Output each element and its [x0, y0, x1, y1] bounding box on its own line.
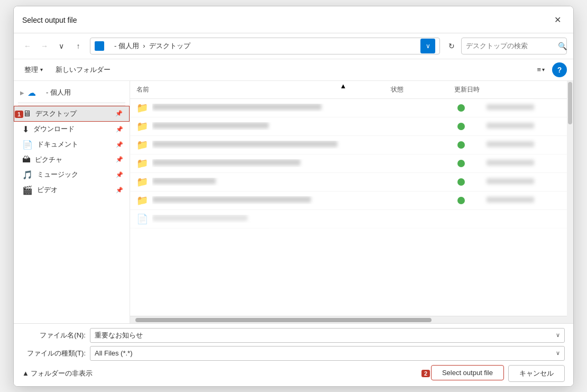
- date-blur: [487, 104, 534, 110]
- sidebar-item-videos[interactable]: 🎬 ビデオ 📌: [14, 183, 130, 198]
- cancel-button[interactable]: キャンセル: [508, 365, 565, 382]
- horizontal-scrollbar[interactable]: [130, 316, 567, 323]
- file-status-cell: [440, 197, 482, 204]
- sidebar-item-documents[interactable]: 📄 ドキュメント 📌: [14, 137, 130, 152]
- new-folder-button[interactable]: 新しいフォルダー: [51, 63, 115, 77]
- refresh-button[interactable]: ↻: [444, 39, 459, 53]
- table-row[interactable]: 📁: [130, 117, 567, 136]
- file-name-cell: [152, 104, 436, 112]
- file-icon: 📄: [136, 213, 148, 225]
- sidebar-videos-label: ビデオ: [37, 185, 58, 195]
- file-icon: 📁: [136, 158, 148, 169]
- filetype-input[interactable]: All Files (*.*) ∨: [90, 346, 565, 361]
- filename-label: ファイル名(N):: [22, 331, 86, 340]
- sidebar-pictures-label: ピクチャ: [35, 155, 62, 165]
- dropdown-button[interactable]: ∨: [54, 39, 69, 53]
- sort-arrow-icon: ▲: [340, 82, 346, 90]
- pin-icon-downloads: 📌: [116, 126, 123, 133]
- filename-input[interactable]: 重要なお知らせ ∨: [90, 328, 565, 343]
- col-status-header[interactable]: 状態: [391, 83, 454, 96]
- help-button[interactable]: ?: [552, 62, 567, 77]
- filetype-chevron-icon: ∨: [556, 350, 560, 357]
- sidebar-item-downloads[interactable]: ⬇ ダウンロード 📌: [14, 122, 130, 137]
- file-name-cell: [152, 122, 436, 130]
- file-icon: 📁: [136, 195, 148, 206]
- filetype-row: ファイルの種類(T): All Files (*.*) ∨: [22, 346, 565, 361]
- table-row[interactable]: 📁: [130, 99, 567, 117]
- main-content: ▶ ☁ - 個人用 1 🖥 デスクトップ 📌 ⬇ ダウンロード 📌: [14, 81, 573, 323]
- pin-icon-videos: 📌: [116, 187, 123, 194]
- file-name-cell: [152, 159, 436, 167]
- forward-button[interactable]: →: [37, 39, 52, 53]
- table-row[interactable]: 📁: [130, 173, 567, 192]
- table-row[interactable]: 📁: [130, 154, 567, 173]
- toolbar: 整理 ▾ 新しいフォルダー ≡ ▾ ?: [14, 59, 573, 81]
- pictures-icon: 🏔: [22, 155, 31, 165]
- select-output-button[interactable]: Select output file: [431, 365, 504, 380]
- col-date-header[interactable]: 更新日時: [454, 83, 561, 96]
- file-status-cell: [440, 104, 482, 112]
- cloud-icon: ☁: [27, 88, 36, 98]
- sidebar-item-desktop[interactable]: 🖥 デスクトップ 📌: [14, 106, 130, 122]
- file-dialog: Select output file ✕ ← → ∨ ↑ - 個人用 › デスク…: [13, 6, 574, 387]
- action-buttons: 2 Select output file キャンセル: [431, 365, 565, 382]
- file-name-blur: [152, 122, 269, 129]
- sidebar: ▶ ☁ - 個人用 1 🖥 デスクトップ 📌 ⬇ ダウンロード 📌: [14, 81, 130, 323]
- file-name-blur: [152, 141, 337, 147]
- file-date-cell: [487, 123, 561, 130]
- file-date-cell: [487, 141, 561, 149]
- sidebar-expand-icon: ▶: [20, 90, 24, 96]
- hide-folders-label: ▲ フォルダーの非表示: [22, 369, 93, 378]
- file-name-blur: [152, 196, 311, 203]
- sidebar-item-music[interactable]: 🎵 ミュージック 📌: [14, 167, 130, 183]
- close-button[interactable]: ✕: [550, 13, 565, 28]
- organize-button[interactable]: 整理 ▾: [20, 63, 47, 77]
- view-button[interactable]: ≡ ▾: [534, 63, 548, 76]
- sidebar-item-cloud[interactable]: ▶ ☁ - 個人用: [14, 85, 130, 101]
- file-name-cell: [152, 215, 436, 223]
- music-icon: 🎵: [22, 170, 33, 180]
- sidebar-item-pictures[interactable]: 🏔 ピクチャ 📌: [14, 152, 130, 167]
- table-row[interactable]: 📁: [130, 192, 567, 210]
- status-dot-green: [457, 141, 465, 149]
- pin-icon-pictures: 📌: [116, 156, 123, 163]
- filename-value: 重要なお知らせ: [95, 331, 143, 340]
- table-row[interactable]: 📁: [130, 136, 567, 154]
- h-scroll-thumb: [135, 318, 432, 322]
- annotation-badge-2: 2: [421, 370, 430, 377]
- file-list: 📁 📁: [130, 99, 567, 316]
- status-dot-green: [457, 104, 465, 112]
- file-name-blur: [152, 215, 247, 221]
- pin-icon-desktop: 📌: [115, 110, 123, 117]
- col-name-header[interactable]: 名前: [136, 83, 391, 96]
- date-blur: [487, 197, 534, 203]
- status-dot-green: [457, 178, 465, 186]
- filetype-value: All Files (*.*): [95, 349, 133, 357]
- table-row[interactable]: 📄: [130, 210, 567, 229]
- search-input[interactable]: [466, 42, 555, 50]
- nav-bar: ← → ∨ ↑ - 個人用 › デスクトップ ∨ ↻ 🔍: [14, 33, 573, 59]
- file-icon: 📁: [136, 102, 148, 114]
- search-bar[interactable]: 🔍: [461, 38, 567, 54]
- organize-chevron-icon: ▾: [40, 67, 43, 72]
- file-name-blur: [152, 178, 216, 184]
- date-blur: [487, 160, 534, 166]
- up-button[interactable]: ↑: [71, 39, 86, 53]
- search-icon: 🔍: [558, 42, 567, 50]
- address-folder-icon: [95, 41, 104, 51]
- sidebar-music-label: ミュージック: [37, 170, 78, 179]
- address-text: - 個人用 › デスクトップ: [107, 41, 417, 51]
- vertical-scrollbar-track[interactable]: [567, 81, 573, 323]
- status-dot-green: [457, 123, 465, 130]
- sidebar-desktop-label: デスクトップ: [35, 109, 77, 118]
- hide-folders-button[interactable]: ▲ フォルダーの非表示: [22, 369, 93, 378]
- file-date-cell: [487, 104, 561, 112]
- sidebar-divider: [18, 103, 125, 103]
- address-bar[interactable]: - 個人用 › デスクトップ ∨: [90, 38, 440, 54]
- address-chevron-button[interactable]: ∨: [420, 39, 435, 53]
- back-button[interactable]: ←: [20, 39, 35, 53]
- badge-1-container: 1 🖥 デスクトップ 📌: [14, 105, 130, 122]
- file-status-cell: [440, 141, 482, 149]
- file-list-header: 名前 ▲ 状態 更新日時: [130, 81, 567, 99]
- filename-row: ファイル名(N): 重要なお知らせ ∨: [22, 328, 565, 343]
